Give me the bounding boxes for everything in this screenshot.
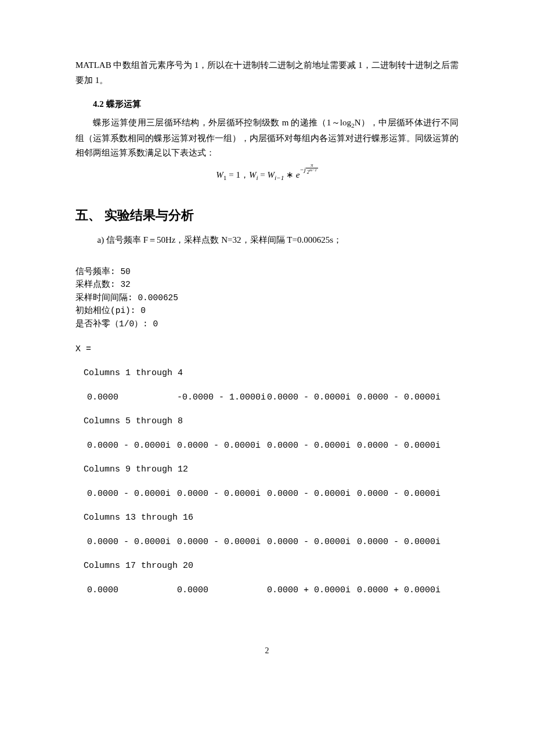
val-interval: 0.000625 — [138, 293, 178, 303]
val-samples: 32 — [120, 280, 130, 289]
section-4-2-heading: 4.2 蝶形运算 — [75, 97, 459, 112]
section-5-title: 五、 实验结果与分析 — [75, 204, 459, 226]
f-wi1: W — [268, 170, 275, 179]
cell: 0.0000 - 0.0000i — [177, 535, 267, 550]
f-w1: W — [216, 170, 223, 179]
cell: 0.0000 - 0.0000i — [87, 535, 177, 550]
frac-exp: m−1 — [309, 168, 317, 172]
cell: 0.0000 - 0.0000i — [177, 487, 267, 502]
num-row-2: 0.0000 - 0.0000i 0.0000 - 0.0000i 0.0000… — [87, 487, 459, 502]
cols-header-0: Columns 1 through 4 — [84, 366, 459, 381]
f-times: ∗ — [284, 170, 296, 179]
cell: 0.0000 — [87, 390, 177, 405]
input-freq: 信号频率: 50 — [75, 265, 459, 278]
item-a: a) 信号频率 F＝50Hz，采样点数 N=32，采样间隔 T=0.000625… — [98, 233, 459, 248]
cell: 0.0000 - 0.0000i — [267, 390, 357, 405]
cell: 0.0000 — [87, 583, 177, 598]
input-samples: 采样点数: 32 — [75, 278, 459, 291]
section-4-2-body: 蝶形运算使用三层循环结构，外层循环控制级数 m 的递推（1～log2N），中层循… — [75, 116, 459, 161]
label-zeropad: 是否补零（1/0）: — [75, 319, 153, 329]
val-zeropad: 0 — [153, 319, 158, 329]
cell: 0.0000 — [177, 583, 267, 598]
f-exp-prefix: −j — [300, 166, 306, 173]
num-row-0: 0.0000 -0.0000 - 1.0000i 0.0000 - 0.0000… — [87, 390, 459, 405]
cols-header-1: Columns 5 through 8 — [84, 414, 459, 429]
input-phase: 初始相位(pi): 0 — [75, 304, 459, 317]
f-e: e — [296, 170, 300, 179]
intro-paragraph: MATLAB 中数组首元素序号为 1，所以在十进制转二进制之前地址需要减 1，二… — [75, 58, 459, 88]
cell: 0.0000 + 0.0000i — [267, 583, 357, 598]
cell: 0.0000 - 0.0000i — [267, 487, 357, 502]
label-interval: 采样时间间隔: — [75, 293, 138, 303]
f-eq2: = — [258, 170, 268, 179]
f-wi: W — [249, 170, 257, 179]
cell: 0.0000 - 0.0000i — [87, 438, 177, 453]
cell: 0.0000 - 0.0000i — [267, 535, 357, 550]
cell: 0.0000 + 0.0000i — [357, 583, 447, 598]
label-freq: 信号频率: — [75, 267, 120, 276]
cell: 0.0000 - 0.0000i — [87, 487, 177, 502]
cell: -0.0000 - 1.0000i — [177, 390, 267, 405]
label-samples: 采样点数: — [75, 280, 120, 289]
val-phase: 0 — [140, 306, 146, 315]
butterfly-formula: W1 = 1，Wi = Wi−1 ∗ e−jπ2m−1 — [75, 167, 459, 183]
cell: 0.0000 - 0.0000i — [357, 487, 447, 502]
cell: 0.0000 - 0.0000i — [177, 438, 267, 453]
frac-bottom: 2m−1 — [306, 168, 318, 175]
para-text-part1: 蝶形运算使用三层循环结构，外层循环控制级数 m 的递推（1～log — [93, 118, 351, 127]
num-row-4: 0.0000 0.0000 0.0000 + 0.0000i 0.0000 + … — [87, 583, 459, 598]
input-interval: 采样时间间隔: 0.000625 — [75, 291, 459, 304]
num-row-1: 0.0000 - 0.0000i 0.0000 - 0.0000i 0.0000… — [87, 438, 459, 453]
cols-header-3: Columns 13 through 16 — [84, 510, 459, 525]
cell: 0.0000 - 0.0000i — [357, 390, 447, 405]
page-number: 2 — [75, 644, 459, 658]
f-exponent: −jπ2m−1 — [300, 166, 318, 173]
f-eq1: = 1， — [226, 170, 248, 179]
cell: 0.0000 - 0.0000i — [267, 438, 357, 453]
output-var: X = — [75, 342, 459, 357]
f-wi1-sub: i−1 — [275, 174, 284, 181]
f-fraction: π2m−1 — [306, 163, 318, 175]
label-phase: 初始相位(pi): — [75, 306, 140, 315]
cols-header-4: Columns 17 through 20 — [84, 559, 459, 574]
cols-header-2: Columns 9 through 12 — [84, 462, 459, 477]
val-freq: 50 — [120, 267, 130, 276]
console-input-block: 信号频率: 50 采样点数: 32 采样时间间隔: 0.000625 初始相位(… — [75, 265, 459, 330]
cell: 0.0000 - 0.0000i — [357, 535, 447, 550]
num-row-3: 0.0000 - 0.0000i 0.0000 - 0.0000i 0.0000… — [87, 535, 459, 550]
matlab-output-block: X = Columns 1 through 4 0.0000 -0.0000 -… — [75, 342, 459, 598]
cell: 0.0000 - 0.0000i — [357, 438, 447, 453]
input-zeropad: 是否补零（1/0）: 0 — [75, 318, 459, 330]
